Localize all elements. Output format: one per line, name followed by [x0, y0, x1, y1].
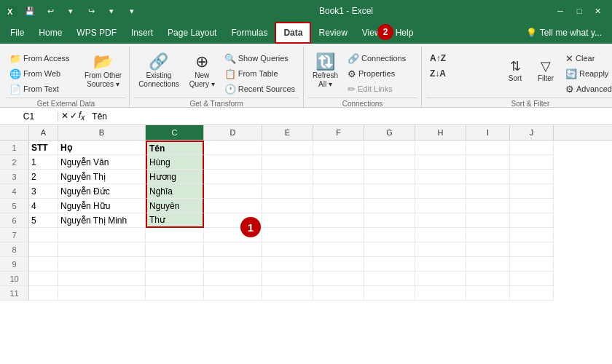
- cell-a7[interactable]: [29, 228, 58, 242]
- cell-j5[interactable]: [510, 199, 554, 213]
- cell-c2[interactable]: Hùng: [146, 155, 204, 170]
- cell-i7[interactable]: [466, 228, 510, 242]
- cell-g11[interactable]: [364, 286, 415, 301]
- cell-i5[interactable]: [466, 199, 510, 213]
- menu-review[interactable]: Review: [311, 22, 354, 44]
- cell-h9[interactable]: [415, 257, 466, 272]
- cell-d10[interactable]: [204, 272, 262, 286]
- show-queries-button[interactable]: 🔍 Show Queries: [221, 51, 299, 66]
- confirm-formula-icon[interactable]: ✓: [70, 111, 77, 121]
- cell-c4[interactable]: Nghĩa: [146, 184, 204, 199]
- cell-f6[interactable]: [313, 213, 364, 228]
- cell-j2[interactable]: [510, 155, 554, 170]
- cell-f3[interactable]: [313, 170, 364, 184]
- cell-c1[interactable]: Tên: [146, 141, 204, 155]
- cell-c6[interactable]: Thư: [146, 213, 204, 228]
- cell-g3[interactable]: [364, 170, 415, 184]
- customize-button[interactable]: ▾: [124, 3, 140, 19]
- cell-b10[interactable]: [58, 272, 146, 286]
- cell-f4[interactable]: [313, 184, 364, 199]
- cell-d9[interactable]: [204, 257, 262, 272]
- cell-j3[interactable]: [510, 170, 554, 184]
- cell-j6[interactable]: [510, 213, 554, 228]
- cell-e4[interactable]: [262, 184, 313, 199]
- cell-b9[interactable]: [58, 257, 146, 272]
- cell-f9[interactable]: [313, 257, 364, 272]
- cell-b2[interactable]: Nguyễn Văn: [58, 155, 146, 170]
- col-header-d[interactable]: D: [204, 125, 262, 140]
- cell-a5[interactable]: 4: [29, 199, 58, 213]
- cell-h4[interactable]: [415, 184, 466, 199]
- cell-c5[interactable]: Nguyên: [146, 199, 204, 213]
- cell-j1[interactable]: [510, 141, 554, 155]
- cell-d11[interactable]: [204, 286, 262, 301]
- cell-e2[interactable]: [262, 155, 313, 170]
- cell-b8[interactable]: [58, 242, 146, 257]
- cell-d1[interactable]: [204, 141, 262, 155]
- cell-e1[interactable]: [262, 141, 313, 155]
- cell-a2[interactable]: 1: [29, 155, 58, 170]
- cell-reference[interactable]: C1: [0, 111, 58, 122]
- cell-d8[interactable]: [204, 242, 262, 257]
- cell-a11[interactable]: [29, 286, 58, 301]
- undo-dropdown-button[interactable]: ▾: [63, 3, 79, 19]
- cell-b4[interactable]: Nguyễn Đức: [58, 184, 146, 199]
- cell-j10[interactable]: [510, 272, 554, 286]
- cell-j8[interactable]: [510, 242, 554, 257]
- advanced-button[interactable]: ⚙ Advanced: [562, 82, 612, 96]
- cell-e7[interactable]: [262, 228, 313, 242]
- cell-g10[interactable]: [364, 272, 415, 286]
- menu-file[interactable]: File: [3, 22, 31, 44]
- cell-a6[interactable]: 5: [29, 213, 58, 228]
- col-header-e[interactable]: E: [262, 125, 313, 140]
- cell-e9[interactable]: [262, 257, 313, 272]
- cell-h2[interactable]: [415, 155, 466, 170]
- cell-b3[interactable]: Nguyễn Thị: [58, 170, 146, 184]
- cell-a3[interactable]: 2: [29, 170, 58, 184]
- cell-i11[interactable]: [466, 286, 510, 301]
- sort-button[interactable]: ⇅ Sort: [501, 48, 530, 95]
- reapply-button[interactable]: 🔄 Reapply: [562, 66, 612, 81]
- redo-dropdown-button[interactable]: ▾: [103, 3, 119, 19]
- formula-input[interactable]: Tên: [87, 111, 612, 122]
- filter-button[interactable]: ▽ Filter: [531, 48, 560, 95]
- tell-me-input[interactable]: 💡 Tell me what y...: [519, 22, 609, 44]
- cell-c10[interactable]: [146, 272, 204, 286]
- cell-e6[interactable]: [262, 213, 313, 228]
- cell-e11[interactable]: [262, 286, 313, 301]
- minimize-button[interactable]: ─: [552, 3, 568, 19]
- menu-page-layout[interactable]: Page Layout: [160, 22, 224, 44]
- sort-asc-button[interactable]: A↑Z: [426, 51, 499, 66]
- cell-h6[interactable]: [415, 213, 466, 228]
- cell-b6[interactable]: Nguyễn Thị Minh: [58, 213, 146, 228]
- cell-e10[interactable]: [262, 272, 313, 286]
- insert-function-icon[interactable]: fx: [79, 110, 85, 122]
- cell-e8[interactable]: [262, 242, 313, 257]
- from-text-button[interactable]: 📄 From Text: [6, 82, 79, 96]
- cell-a8[interactable]: [29, 242, 58, 257]
- cell-g8[interactable]: [364, 242, 415, 257]
- cell-i9[interactable]: [466, 257, 510, 272]
- cell-f5[interactable]: [313, 199, 364, 213]
- undo-button[interactable]: ↩: [42, 3, 58, 19]
- cell-f7[interactable]: [313, 228, 364, 242]
- cell-b5[interactable]: Nguyễn Hữu: [58, 199, 146, 213]
- edit-links-button[interactable]: ✏ Edit Links: [344, 82, 417, 96]
- cell-i6[interactable]: [466, 213, 510, 228]
- cell-j4[interactable]: [510, 184, 554, 199]
- menu-wps-pdf[interactable]: WPS PDF: [69, 22, 124, 44]
- cell-i2[interactable]: [466, 155, 510, 170]
- menu-formulas[interactable]: Formulas: [224, 22, 275, 44]
- cell-i1[interactable]: [466, 141, 510, 155]
- cell-h7[interactable]: [415, 228, 466, 242]
- col-header-b[interactable]: B: [58, 125, 146, 140]
- cell-g2[interactable]: [364, 155, 415, 170]
- cell-i10[interactable]: [466, 272, 510, 286]
- cancel-formula-icon[interactable]: ✕: [61, 111, 68, 121]
- cell-a9[interactable]: [29, 257, 58, 272]
- cell-g4[interactable]: [364, 184, 415, 199]
- cell-d5[interactable]: [204, 199, 262, 213]
- cell-e5[interactable]: [262, 199, 313, 213]
- cell-j9[interactable]: [510, 257, 554, 272]
- cell-f11[interactable]: [313, 286, 364, 301]
